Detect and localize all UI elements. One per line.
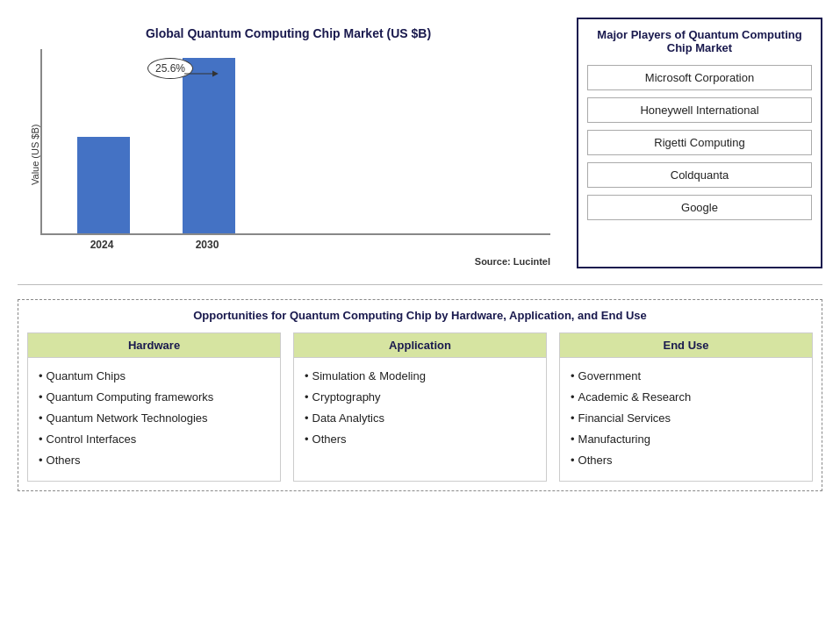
enduse-header: End Use [560,333,812,358]
bars-area: 25.6% [40,49,550,235]
hardware-body: •Quantum Chips •Quantum Computing framew… [28,358,280,481]
list-item: •Quantum Chips [39,367,269,386]
player-rigetti: Rigetti Computing [587,130,812,155]
application-column: Application •Simulation & Modeling •Cryp… [293,332,547,482]
x-label-2030: 2030 [181,239,233,251]
player-microsoft: Microsoft Corporation [587,65,812,90]
chart-title: Global Quantum Computing Chip Market (US… [26,26,550,40]
list-item: •Simulation & Modeling [305,367,535,386]
x-axis-labels: 2024 2030 [40,235,550,251]
x-label-2024: 2024 [75,239,128,251]
list-item: •Financial Services [571,409,801,428]
player-coldquanta: Coldquanta [587,162,812,188]
list-item: •Manufacturing [571,430,801,449]
opportunities-section: Opportunities for Quantum Computing Chip… [18,299,822,491]
application-body: •Simulation & Modeling •Cryptography •Da… [294,358,546,460]
list-item: •Cryptography [305,388,535,407]
chart-inner: 25.6% [40,49,550,260]
players-box: Major Players of Quantum Computing Chip … [577,18,822,268]
chart-area: Global Quantum Computing Chip Market (US… [18,18,559,268]
list-item: •Control Interfaces [39,430,269,449]
application-header: Application [294,333,546,358]
y-axis-label: Value (US $B) [26,49,40,260]
enduse-body: •Government •Academic & Research •Financ… [560,358,812,481]
hardware-column: Hardware •Quantum Chips •Quantum Computi… [27,332,281,482]
opportunities-title: Opportunities for Quantum Computing Chip… [27,309,813,322]
section-divider [18,284,822,285]
list-item: •Data Analytics [305,409,535,428]
source-text: Source: Lucintel [40,256,550,267]
chart-annotation: 25.6% [147,58,193,79]
list-item: •Academic & Research [571,388,801,407]
players-title: Major Players of Quantum Computing Chip … [597,28,801,54]
bar-group-2024 [77,137,130,233]
opportunities-columns: Hardware •Quantum Chips •Quantum Computi… [27,332,813,482]
list-item: •Quantum Computing frameworks [39,388,269,407]
list-item: •Government [571,367,801,386]
bar-2024 [77,137,130,233]
player-honeywell: Honeywell International [587,97,812,123]
list-item: •Others [39,451,269,470]
list-item: •Others [305,430,535,449]
player-google: Google [587,195,812,220]
list-item: •Others [571,451,801,470]
list-item: •Quantum Network Technologies [39,409,269,428]
annotation-arrow-svg [184,70,219,88]
hardware-header: Hardware [28,333,280,358]
enduse-column: End Use •Government •Academic & Research… [559,332,813,482]
